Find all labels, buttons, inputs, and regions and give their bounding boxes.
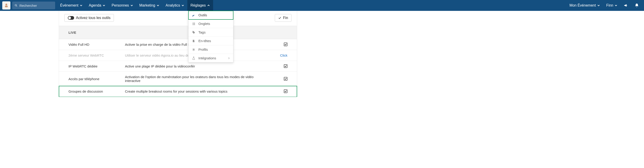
toggle-icon (68, 16, 74, 20)
nav-analytics[interactable]: Analytics (162, 0, 187, 11)
nav-user[interactable]: Finn (604, 0, 620, 11)
dd-label: Intégrations (198, 56, 216, 60)
nav-reglages[interactable]: Réglages (187, 0, 213, 11)
nav-label: Marketing (140, 4, 155, 8)
search-icon (14, 4, 18, 7)
nav-my-event[interactable]: Mon Événement (567, 0, 603, 11)
app-logo[interactable] (2, 1, 10, 10)
chevron-down-icon (597, 4, 600, 7)
svg-rect-4 (192, 23, 193, 23)
chevron-down-icon (156, 4, 159, 7)
dd-label: Outils (198, 13, 207, 17)
nav-right: Mon Événement Finn (567, 0, 642, 11)
row-action (272, 89, 288, 93)
search-input[interactable] (20, 4, 53, 8)
finish-label: Fin (283, 16, 288, 20)
dd-profils[interactable]: Profils (188, 45, 233, 54)
row-checkbox[interactable] (284, 64, 288, 68)
nav-label: Réglages (190, 4, 206, 8)
svg-rect-1 (5, 6, 8, 7)
dd-tags[interactable]: Tags (188, 28, 233, 37)
nav-my-event-label: Mon Événement (570, 4, 596, 8)
nav-marketing[interactable]: Marketing (136, 0, 162, 11)
svg-line-3 (16, 6, 17, 7)
row-action: Click (272, 53, 288, 57)
table-row: 2ème serveur WebRTC Utiliser le serveur … (59, 50, 297, 61)
row-name: 2ème serveur WebRTC (68, 53, 125, 57)
table-row: IP WebRTC dédiée Active une plage IP déd… (59, 61, 297, 72)
svg-rect-6 (192, 24, 193, 24)
content-toolbar: Activez tous les outils Fin (59, 11, 297, 26)
list-icon (192, 22, 196, 26)
reglages-dropdown: Outils Onglets Tags En-têtes Profils Int… (188, 11, 234, 63)
bold-icon (192, 39, 196, 43)
svg-rect-9 (193, 25, 195, 25)
activate-all-label: Activez tous les outils (76, 16, 110, 20)
dd-entetes[interactable]: En-têtes (188, 37, 233, 45)
row-checkbox[interactable] (284, 89, 288, 93)
finish-button[interactable]: Fin (275, 14, 292, 22)
table-row: Groupes de discussion Create multiple br… (59, 86, 297, 97)
bell-icon (634, 3, 639, 8)
chevron-down-icon (102, 4, 105, 7)
row-action (272, 64, 288, 68)
nav-label: Analytics (166, 4, 180, 8)
activate-all-button[interactable]: Activez tous les outils (64, 14, 114, 22)
row-desc: Create multiple breakout rooms for your … (125, 89, 272, 93)
nav-evenement[interactable]: Événement (57, 0, 86, 11)
chevron-down-icon (80, 4, 82, 7)
flask-icon (192, 56, 196, 60)
tag-icon (192, 31, 196, 34)
nav-label: Agenda (89, 4, 101, 8)
table-row: Vidéo Full HD Activer la prise en charge… (59, 39, 297, 50)
content: Activez tous les outils Fin LIVE Vidéo F… (59, 11, 297, 97)
row-name: Accès par téléphone (68, 77, 125, 81)
row-desc: Active une plage IP dédiée pour la vidéo… (125, 64, 272, 68)
svg-rect-5 (193, 23, 195, 23)
navbar: Événement Agenda Personnes Marketing Ana… (0, 0, 644, 11)
search-box[interactable] (12, 2, 55, 9)
dd-outils[interactable]: Outils (188, 11, 233, 20)
row-name: IP WebRTC dédiée (68, 64, 125, 68)
row-checkbox[interactable] (284, 77, 288, 81)
nav-main: Événement Agenda Personnes Marketing Ana… (57, 0, 213, 11)
row-checkbox[interactable] (284, 43, 288, 46)
dd-label: Tags (198, 30, 206, 34)
chevron-down-icon (182, 4, 184, 7)
section-title: LIVE (68, 31, 76, 34)
nav-label: Événement (60, 4, 78, 8)
nav-personnes[interactable]: Personnes (108, 0, 136, 11)
dd-label: Onglets (198, 22, 210, 26)
row-action (272, 43, 288, 46)
nav-agenda[interactable]: Agenda (86, 0, 108, 11)
row-action (272, 77, 288, 81)
svg-rect-7 (193, 24, 195, 24)
announce-button[interactable] (621, 0, 631, 11)
row-click-link[interactable]: Click (280, 53, 288, 57)
chevron-up-icon (207, 4, 210, 7)
svg-rect-8 (192, 25, 193, 25)
asterisk-icon (192, 48, 196, 51)
row-name: Vidéo Full HD (68, 43, 125, 46)
nav-label: Personnes (112, 4, 129, 8)
row-desc: Activation de l'option de numérotation p… (125, 75, 272, 83)
row-name: Groupes de discussion (68, 89, 125, 93)
notifications-button[interactable] (632, 0, 642, 11)
dd-integrations[interactable]: Intégrations (188, 54, 233, 62)
svg-point-2 (15, 4, 16, 6)
dd-label: En-têtes (198, 39, 211, 43)
table-row: Accès par téléphone Activation de l'opti… (59, 72, 297, 86)
check-icon (278, 16, 281, 20)
chevron-down-icon (614, 4, 617, 7)
nav-user-label: Finn (606, 4, 613, 8)
svg-point-0 (6, 4, 7, 6)
wrench-icon (192, 13, 196, 17)
section-head: LIVE (59, 26, 297, 39)
megaphone-icon (624, 3, 628, 8)
chevron-down-icon (130, 4, 133, 7)
dd-label: Profils (198, 48, 208, 51)
chevron-right-icon (228, 57, 230, 59)
dd-onglets[interactable]: Onglets (188, 20, 233, 28)
